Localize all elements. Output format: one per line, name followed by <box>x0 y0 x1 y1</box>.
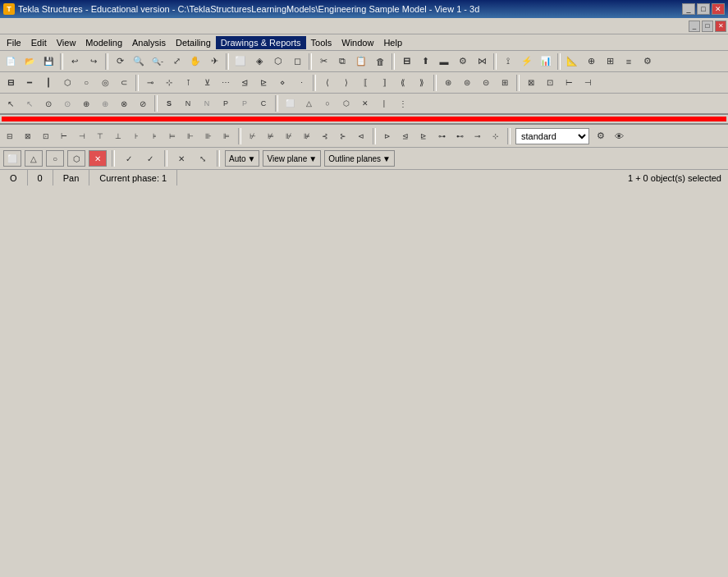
shape-btn1[interactable]: ⬜ <box>3 150 21 167</box>
sel-btn1[interactable]: S <box>160 94 178 112</box>
viewplane-dropdown-btn[interactable]: View plane ▼ <box>263 150 321 167</box>
tb2-btn1[interactable]: ⊟ <box>2 74 20 92</box>
save-button[interactable]: 💾 <box>39 53 57 71</box>
paste-button[interactable]: 📋 <box>352 53 370 71</box>
bolt-button[interactable]: ⚙ <box>454 53 472 71</box>
cut-button[interactable]: ✂ <box>314 53 332 71</box>
fit-button[interactable]: ⤢ <box>167 53 185 71</box>
bt1-btn20[interactable]: ⊲ <box>353 127 369 145</box>
tb2-btn11[interactable]: ⊻ <box>198 74 216 92</box>
tb2-btn5[interactable]: ○ <box>77 74 95 92</box>
bt1-btn19[interactable]: ⊱ <box>335 127 351 145</box>
tb2-btn22[interactable]: ⟫ <box>413 74 431 92</box>
bt1-btn22[interactable]: ⊴ <box>397 127 414 145</box>
sel-btn4[interactable]: P <box>217 94 235 112</box>
tb2-btn12[interactable]: ⋯ <box>217 74 235 92</box>
open-button[interactable]: 📂 <box>21 53 39 71</box>
bt1-btn4[interactable]: ⊢ <box>56 127 72 145</box>
snap-button[interactable]: ⊕ <box>582 53 600 71</box>
tb2-btn29[interactable]: ⊢ <box>560 74 578 92</box>
tb2-btn15[interactable]: ⋄ <box>273 74 291 92</box>
bt1-btn1[interactable]: ⊟ <box>2 127 18 145</box>
snap-btn1[interactable]: ↖ <box>2 94 20 112</box>
wireframe-button[interactable]: ⬡ <box>269 53 287 71</box>
tb2-btn26[interactable]: ⊞ <box>496 74 514 92</box>
snap-btn7[interactable]: ⊗ <box>115 94 133 112</box>
transparent-button[interactable]: ◻ <box>288 53 306 71</box>
tb2-btn19[interactable]: ⟦ <box>356 74 374 92</box>
tb2-btn6[interactable]: ◎ <box>96 74 114 92</box>
tb2-btn4[interactable]: ⬡ <box>58 74 76 92</box>
cancel-snap-btn[interactable]: ✕ <box>89 150 107 167</box>
bt1-btn8[interactable]: ⊦ <box>128 127 144 145</box>
ref-btn5[interactable]: ✕ <box>356 94 374 112</box>
snap-btn3[interactable]: ⊙ <box>39 94 57 112</box>
snap-btn6[interactable]: ⊕ <box>96 94 114 112</box>
shape-btn4[interactable]: ⬡ <box>67 150 85 167</box>
bt1-btn26[interactable]: ⊸ <box>469 127 486 145</box>
sel-btn6[interactable]: C <box>254 94 272 112</box>
rotate-button[interactable]: ⟳ <box>111 53 129 71</box>
tb2-btn3[interactable]: ┃ <box>39 74 57 92</box>
zoom-in-button[interactable]: 🔍 <box>130 53 148 71</box>
clash-button[interactable]: ⚡ <box>518 53 536 71</box>
bt1-btn15[interactable]: ⊭ <box>263 127 279 145</box>
menu-view[interactable]: View <box>52 36 81 49</box>
fly-button[interactable]: ✈ <box>205 53 223 71</box>
cross-btn[interactable]: ✕ <box>172 150 190 167</box>
menu-tools[interactable]: Tools <box>306 36 337 49</box>
ref-btn6[interactable]: | <box>375 94 393 112</box>
bt1-btn17[interactable]: ⊯ <box>299 127 315 145</box>
bt1-btn9[interactable]: ⊧ <box>146 127 163 145</box>
render-button[interactable]: ◈ <box>250 53 268 71</box>
menu-drawings-reports[interactable]: Drawings & Reports <box>216 36 306 49</box>
tb2-btn8[interactable]: ⊸ <box>141 74 159 92</box>
rp-select-btn[interactable]: ↕ <box>704 121 722 121</box>
ref-btn1[interactable]: ⬜ <box>281 94 299 112</box>
bt1-btn13[interactable]: ⊫ <box>218 127 235 145</box>
view2-btn[interactable]: 👁 <box>611 127 627 145</box>
tb2-btn18[interactable]: ⟩ <box>337 74 355 92</box>
inner-close-button[interactable]: ✕ <box>715 21 726 32</box>
zoom-out-button[interactable]: 🔍- <box>149 53 167 71</box>
tb2-btn25[interactable]: ⊝ <box>477 74 495 92</box>
bt1-btn24[interactable]: ⊶ <box>433 127 450 145</box>
ref-btn4[interactable]: ⬡ <box>337 94 355 112</box>
grid-button[interactable]: ⊞ <box>601 53 619 71</box>
rebar-button[interactable]: ⟟ <box>499 53 517 71</box>
close-button[interactable]: ✕ <box>712 3 725 15</box>
bt1-btn11[interactable]: ⊩ <box>182 127 199 145</box>
tb2-btn17[interactable]: ⟨ <box>318 74 337 92</box>
menu-edit[interactable]: Edit <box>26 36 52 49</box>
snap-btn8[interactable]: ⊘ <box>134 94 152 112</box>
delete-button[interactable]: 🗑 <box>371 53 389 71</box>
tb2-btn30[interactable]: ⊣ <box>579 74 597 92</box>
bt1-btn12[interactable]: ⊪ <box>200 127 217 145</box>
sel-btn2[interactable]: N <box>179 94 197 112</box>
snap-btn5[interactable]: ⊕ <box>77 94 95 112</box>
tb2-btn14[interactable]: ⊵ <box>254 74 272 92</box>
bt1-btn18[interactable]: ⊰ <box>317 127 333 145</box>
menu-detailing[interactable]: Detailing <box>171 36 216 49</box>
bt1-btn7[interactable]: ⊥ <box>110 127 126 145</box>
menu-modeling[interactable]: Modeling <box>80 36 127 49</box>
tb2-btn9[interactable]: ⊹ <box>160 74 178 92</box>
weld-button[interactable]: ⋈ <box>473 53 491 71</box>
bt1-btn6[interactable]: ⊤ <box>92 127 108 145</box>
sel-btn5[interactable]: P <box>236 94 254 112</box>
tb2-btn7[interactable]: ⊂ <box>115 74 133 92</box>
tb2-btn28[interactable]: ⊡ <box>541 74 559 92</box>
outlineplanes-dropdown-btn[interactable]: Outline planes ▼ <box>324 150 395 167</box>
bt1-btn25[interactable]: ⊷ <box>451 127 468 145</box>
ref-btn7[interactable]: ⋮ <box>394 94 412 112</box>
check-btn[interactable]: ✓ <box>120 150 138 167</box>
inner-restore-button[interactable]: □ <box>702 21 713 32</box>
menu-window[interactable]: Window <box>337 36 378 49</box>
bt1-btn2[interactable]: ⊠ <box>20 127 36 145</box>
menu-analysis[interactable]: Analysis <box>127 36 171 49</box>
bt1-btn27[interactable]: ⊹ <box>488 127 504 145</box>
shape-btn3[interactable]: ○ <box>46 150 64 167</box>
tb2-btn21[interactable]: ⟪ <box>394 74 412 92</box>
tick2-btn[interactable]: ✓ <box>141 150 159 167</box>
ref-btn3[interactable]: ○ <box>318 94 337 112</box>
